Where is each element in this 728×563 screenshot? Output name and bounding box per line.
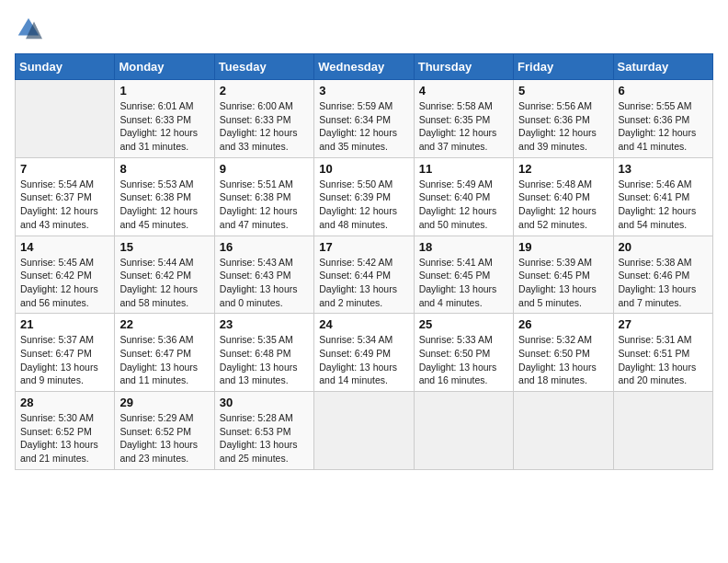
day-info: Sunrise: 5:28 AM Sunset: 6:53 PM Dayligh…	[220, 411, 309, 465]
calendar-week-4: 21Sunrise: 5:37 AM Sunset: 6:47 PM Dayli…	[16, 314, 713, 392]
day-info: Sunrise: 5:34 AM Sunset: 6:49 PM Dayligh…	[319, 333, 408, 387]
day-info: Sunrise: 5:59 AM Sunset: 6:34 PM Dayligh…	[319, 99, 408, 154]
calendar-cell: 6Sunrise: 5:55 AM Sunset: 6:36 PM Daylig…	[613, 80, 712, 158]
day-number: 4	[419, 84, 508, 98]
calendar-cell: 1Sunrise: 6:01 AM Sunset: 6:33 PM Daylig…	[115, 80, 214, 158]
calendar-cell: 15Sunrise: 5:44 AM Sunset: 6:42 PM Dayli…	[115, 236, 214, 314]
day-number: 15	[119, 240, 209, 254]
day-number: 14	[20, 240, 109, 254]
day-number: 29	[119, 396, 209, 409]
day-number: 26	[518, 317, 608, 331]
calendar-cell	[314, 392, 414, 470]
day-info: Sunrise: 5:43 AM Sunset: 6:43 PM Dayligh…	[220, 256, 309, 310]
day-number: 24	[319, 317, 408, 331]
calendar-cell: 29Sunrise: 5:29 AM Sunset: 6:52 PM Dayli…	[115, 392, 214, 470]
day-number: 28	[20, 396, 109, 409]
day-number: 11	[419, 162, 508, 176]
day-number: 30	[220, 396, 309, 409]
day-number: 3	[319, 84, 408, 98]
calendar-cell	[414, 392, 513, 470]
day-info: Sunrise: 5:48 AM Sunset: 6:40 PM Dayligh…	[518, 178, 608, 232]
calendar-cell: 21Sunrise: 5:37 AM Sunset: 6:47 PM Dayli…	[16, 314, 115, 392]
calendar-cell: 25Sunrise: 5:33 AM Sunset: 6:50 PM Dayli…	[414, 314, 513, 392]
day-info: Sunrise: 5:41 AM Sunset: 6:45 PM Dayligh…	[419, 256, 508, 310]
day-info: Sunrise: 6:00 AM Sunset: 6:33 PM Dayligh…	[220, 99, 309, 154]
day-number: 8	[119, 162, 209, 176]
calendar-table: SundayMondayTuesdayWednesdayThursdayFrid…	[15, 53, 713, 470]
day-number: 19	[518, 240, 608, 254]
day-info: Sunrise: 5:51 AM Sunset: 6:38 PM Dayligh…	[220, 178, 309, 232]
day-number: 22	[119, 317, 209, 331]
calendar-cell	[613, 392, 712, 470]
day-number: 18	[419, 240, 508, 254]
day-info: Sunrise: 5:44 AM Sunset: 6:42 PM Dayligh…	[119, 256, 209, 310]
weekday-header-wednesday: Wednesday	[314, 54, 414, 80]
day-info: Sunrise: 5:30 AM Sunset: 6:52 PM Dayligh…	[20, 411, 109, 465]
day-info: Sunrise: 5:45 AM Sunset: 6:42 PM Dayligh…	[20, 256, 109, 310]
day-info: Sunrise: 5:55 AM Sunset: 6:36 PM Dayligh…	[619, 99, 708, 154]
day-number: 25	[419, 317, 508, 331]
calendar-cell: 2Sunrise: 6:00 AM Sunset: 6:33 PM Daylig…	[214, 80, 313, 158]
calendar-cell: 4Sunrise: 5:58 AM Sunset: 6:35 PM Daylig…	[414, 80, 513, 158]
calendar-week-3: 14Sunrise: 5:45 AM Sunset: 6:42 PM Dayli…	[16, 236, 713, 314]
calendar-cell	[16, 80, 115, 158]
calendar-week-2: 7Sunrise: 5:54 AM Sunset: 6:37 PM Daylig…	[16, 157, 713, 236]
day-info: Sunrise: 5:49 AM Sunset: 6:40 PM Dayligh…	[419, 178, 508, 232]
day-info: Sunrise: 5:33 AM Sunset: 6:50 PM Dayligh…	[419, 333, 508, 387]
calendar-cell: 17Sunrise: 5:42 AM Sunset: 6:44 PM Dayli…	[314, 236, 414, 314]
day-number: 9	[220, 162, 309, 176]
calendar-week-5: 28Sunrise: 5:30 AM Sunset: 6:52 PM Dayli…	[16, 392, 713, 470]
day-info: Sunrise: 5:50 AM Sunset: 6:39 PM Dayligh…	[319, 178, 408, 232]
weekday-header-monday: Monday	[115, 54, 214, 80]
logo-icon	[15, 15, 42, 42]
weekday-header-row: SundayMondayTuesdayWednesdayThursdayFrid…	[16, 54, 713, 80]
day-info: Sunrise: 6:01 AM Sunset: 6:33 PM Dayligh…	[119, 99, 209, 154]
day-info: Sunrise: 5:31 AM Sunset: 6:51 PM Dayligh…	[619, 333, 708, 387]
day-number: 7	[20, 162, 109, 176]
calendar-cell: 8Sunrise: 5:53 AM Sunset: 6:38 PM Daylig…	[115, 157, 214, 236]
day-info: Sunrise: 5:37 AM Sunset: 6:47 PM Dayligh…	[20, 333, 109, 387]
day-number: 6	[619, 84, 708, 98]
calendar-cell: 23Sunrise: 5:35 AM Sunset: 6:48 PM Dayli…	[214, 314, 313, 392]
day-number: 10	[319, 162, 408, 176]
calendar-cell: 5Sunrise: 5:56 AM Sunset: 6:36 PM Daylig…	[514, 80, 613, 158]
weekday-header-thursday: Thursday	[414, 54, 513, 80]
day-info: Sunrise: 5:56 AM Sunset: 6:36 PM Dayligh…	[518, 99, 608, 154]
calendar-cell: 7Sunrise: 5:54 AM Sunset: 6:37 PM Daylig…	[16, 157, 115, 236]
calendar-cell: 11Sunrise: 5:49 AM Sunset: 6:40 PM Dayli…	[414, 157, 513, 236]
calendar-cell: 10Sunrise: 5:50 AM Sunset: 6:39 PM Dayli…	[314, 157, 414, 236]
calendar-cell: 18Sunrise: 5:41 AM Sunset: 6:45 PM Dayli…	[414, 236, 513, 314]
day-number: 16	[220, 240, 309, 254]
calendar-cell: 27Sunrise: 5:31 AM Sunset: 6:51 PM Dayli…	[613, 314, 712, 392]
calendar-cell: 19Sunrise: 5:39 AM Sunset: 6:45 PM Dayli…	[514, 236, 613, 314]
page-header	[15, 15, 713, 42]
day-info: Sunrise: 5:46 AM Sunset: 6:41 PM Dayligh…	[619, 178, 708, 232]
day-info: Sunrise: 5:42 AM Sunset: 6:44 PM Dayligh…	[319, 256, 408, 310]
calendar-cell: 16Sunrise: 5:43 AM Sunset: 6:43 PM Dayli…	[214, 236, 313, 314]
calendar-cell: 24Sunrise: 5:34 AM Sunset: 6:49 PM Dayli…	[314, 314, 414, 392]
day-info: Sunrise: 5:39 AM Sunset: 6:45 PM Dayligh…	[518, 256, 608, 310]
calendar-cell: 28Sunrise: 5:30 AM Sunset: 6:52 PM Dayli…	[16, 392, 115, 470]
calendar-cell: 14Sunrise: 5:45 AM Sunset: 6:42 PM Dayli…	[16, 236, 115, 314]
day-number: 20	[619, 240, 708, 254]
calendar-cell: 30Sunrise: 5:28 AM Sunset: 6:53 PM Dayli…	[214, 392, 313, 470]
day-info: Sunrise: 5:35 AM Sunset: 6:48 PM Dayligh…	[220, 333, 309, 387]
weekday-header-tuesday: Tuesday	[214, 54, 313, 80]
calendar-cell: 9Sunrise: 5:51 AM Sunset: 6:38 PM Daylig…	[214, 157, 313, 236]
calendar-cell: 22Sunrise: 5:36 AM Sunset: 6:47 PM Dayli…	[115, 314, 214, 392]
weekday-header-sunday: Sunday	[16, 54, 115, 80]
day-info: Sunrise: 5:36 AM Sunset: 6:47 PM Dayligh…	[119, 333, 209, 387]
calendar-cell	[514, 392, 613, 470]
day-number: 23	[220, 317, 309, 331]
day-info: Sunrise: 5:38 AM Sunset: 6:46 PM Dayligh…	[619, 256, 708, 310]
calendar-cell: 20Sunrise: 5:38 AM Sunset: 6:46 PM Dayli…	[613, 236, 712, 314]
weekday-header-friday: Friday	[514, 54, 613, 80]
day-number: 17	[319, 240, 408, 254]
day-number: 5	[518, 84, 608, 98]
day-number: 27	[619, 317, 708, 331]
day-info: Sunrise: 5:29 AM Sunset: 6:52 PM Dayligh…	[119, 411, 209, 465]
day-info: Sunrise: 5:32 AM Sunset: 6:50 PM Dayligh…	[518, 333, 608, 387]
day-info: Sunrise: 5:53 AM Sunset: 6:38 PM Dayligh…	[119, 178, 209, 232]
weekday-header-saturday: Saturday	[613, 54, 712, 80]
calendar-cell: 3Sunrise: 5:59 AM Sunset: 6:34 PM Daylig…	[314, 80, 414, 158]
